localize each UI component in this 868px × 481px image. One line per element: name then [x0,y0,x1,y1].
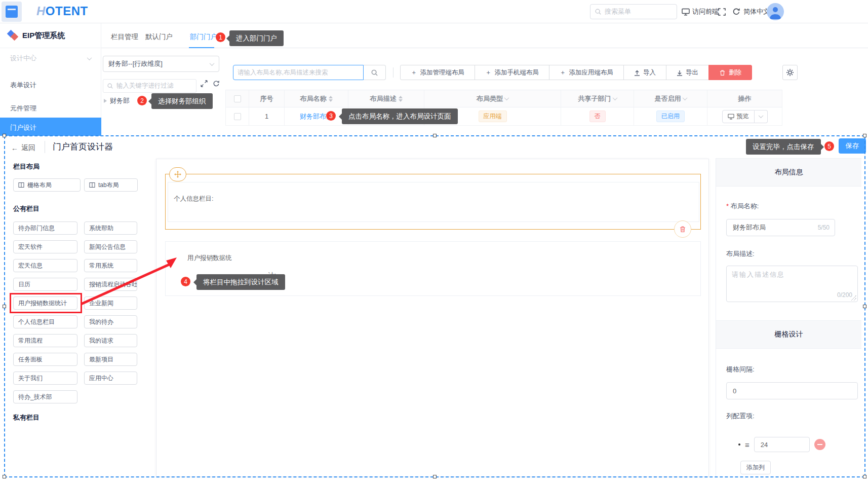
refresh-icon[interactable] [732,0,740,23]
step-badge-2: 2 [137,96,147,105]
widget-tab-layout[interactable]: tab布局 [84,178,138,192]
logo-h: H [36,4,46,18]
widget-item[interactable]: 常用系统 [84,259,137,272]
widget-item[interactable]: 待办部门信息 [13,221,77,235]
layout-action-buttons: ＋添加管理端布局 ＋添加手机端布局 ＋添加应用端布局 导入 导出 删除 [400,65,752,80]
add-column-button[interactable]: 添加列 [740,461,771,474]
org-filter-input[interactable]: 输入关键字进行过滤 [103,79,196,93]
select-all-checkbox[interactable] [234,95,241,102]
delete-button[interactable]: 删除 [708,65,752,80]
widget-item[interactable]: 新闻公告信息 [84,240,137,253]
org-dimension-select[interactable]: 财务部--[行政维度] [103,56,219,72]
filter-chevron-icon[interactable] [682,95,687,100]
language-label: 简体中文 [743,7,770,16]
add-app-layout-button[interactable]: ＋添加应用端布局 [549,65,624,80]
header-layout-desc[interactable]: 布局描述 [348,90,424,107]
widget-item[interactable]: 系统帮助 [84,221,137,235]
widget-item[interactable]: 应用中心 [84,372,137,385]
widget-item[interactable]: 个人信息栏目 [13,315,77,328]
sort-icon[interactable] [329,96,333,102]
move-handle[interactable] [169,167,186,181]
widget-personal-info-label: 个人信息栏目: [174,195,213,203]
move-icon [174,171,181,178]
widget-item[interactable]: 宏天软件 [13,240,77,253]
import-button[interactable]: 导入 [623,65,666,80]
language-switch[interactable]: 简体中文 [743,0,770,23]
menu-search-input[interactable]: 搜索菜单 [590,4,677,19]
tree-node-finance-dept[interactable]: 财务部 [104,96,130,105]
header-share-subdept[interactable]: 共享子部门 [561,90,634,107]
fullscreen-icon[interactable] [718,0,726,23]
layout-search-input[interactable] [233,65,364,80]
widget-item[interactable]: 我的待办 [84,315,137,328]
widget-item[interactable]: 关于我们 [13,372,77,385]
layout-search-button[interactable] [364,65,386,80]
marquee-handle[interactable] [863,475,866,478]
marquee-handle[interactable] [433,475,437,478]
sidebar-item-component-manage[interactable]: 元件管理 [0,98,101,119]
sidebar-collapse-button[interactable] [2,2,22,22]
widget-grid-layout[interactable]: 栅格布局 [13,178,81,192]
group-label: 设计中心 [10,54,36,63]
filter-chevron-icon[interactable] [504,95,509,100]
tab-department-portal[interactable]: 部门门户 [190,32,217,42]
marquee-handle[interactable] [3,305,6,308]
widget-item[interactable]: 最新项目 [84,353,137,366]
visit-frontend-button[interactable]: 访问前端 [682,0,719,23]
widget-item[interactable]: 任务面板 [13,353,77,366]
tab-default-portal[interactable]: 默认门户 [145,32,173,42]
table-settings-button[interactable] [782,65,798,80]
widget-item[interactable]: 报销流程启动吞吐... [84,278,137,291]
sidebar-item-portal-design[interactable]: 门户设计 [0,118,101,138]
header-layout-type[interactable]: 布局类型 [424,90,561,107]
delete-widget-button[interactable] [674,220,691,238]
widget-item[interactable]: 常用流程 [13,334,77,347]
widget-item[interactable]: 待办_技术部 [13,390,77,403]
marquee-handle[interactable] [3,475,6,478]
widget-item[interactable]: 我的请求 [84,334,137,347]
step-tooltip-4: 将栏目中拖拉到设计区域 [196,274,285,290]
back-button[interactable]: ←返回 [11,143,35,153]
expand-icon[interactable] [201,80,208,87]
export-button[interactable]: 导出 [666,65,709,80]
design-canvas[interactable]: 个人信息栏目: 用户报销数据统 计: [156,159,709,477]
drag-handle-icon[interactable]: ≡ [745,441,749,449]
marquee-handle[interactable] [433,134,437,137]
cell-index: 1 [249,107,285,126]
resize-handle-icon[interactable] [851,295,856,301]
refresh-icon[interactable] [213,80,220,87]
marquee-handle[interactable] [3,134,6,137]
sidebar-group-design-center[interactable]: 设计中心 [10,54,91,63]
step-tooltip-1: 进入部门门户 [229,30,284,46]
row-checkbox[interactable] [234,113,241,120]
column-span-field[interactable] [754,437,810,452]
widget-item[interactable]: 宏天信息 [13,259,77,272]
filter-chevron-icon[interactable] [612,95,617,100]
preview-button[interactable]: 预览 [722,110,755,123]
column-span-input[interactable] [760,440,804,449]
layout-name-input[interactable] [732,224,815,232]
widget-item[interactable]: 日历 [13,278,77,291]
tab-column-manage[interactable]: 栏目管理 [111,32,138,42]
grid-gap-field[interactable] [726,382,858,399]
layout-desc-textarea[interactable]: 请输入描述信息 0/200 [726,266,858,302]
tree-expand-icon[interactable] [104,99,107,103]
header-layout-name[interactable]: 布局名称 [285,90,348,107]
marquee-handle[interactable] [863,305,866,308]
app-logo: HOTENT [36,4,88,18]
user-avatar[interactable] [767,3,784,20]
save-button[interactable]: 保存 [839,138,866,154]
layout-table: 序号 布局名称 布局描述 布局类型 共享子部门 是否启用 操作 1 财务部布局 … [225,90,782,126]
header-enabled[interactable]: 是否启用 [634,90,707,107]
sort-icon[interactable] [399,96,403,102]
add-admin-layout-button[interactable]: ＋添加管理端布局 [400,65,475,80]
remove-column-button[interactable] [814,439,825,450]
grid-gap-input[interactable] [732,387,852,395]
widget-item[interactable]: 企业新闻 [84,297,137,310]
layout-name-field[interactable]: 5/50 [726,219,835,236]
preview-more-button[interactable] [755,110,768,123]
sidebar-item-form-design[interactable]: 表单设计 [0,75,101,95]
add-mobile-layout-button[interactable]: ＋添加手机端布局 [475,65,549,80]
canvas-widget-personal-info[interactable]: 个人信息栏目: [165,174,701,230]
marquee-handle[interactable] [863,134,866,137]
